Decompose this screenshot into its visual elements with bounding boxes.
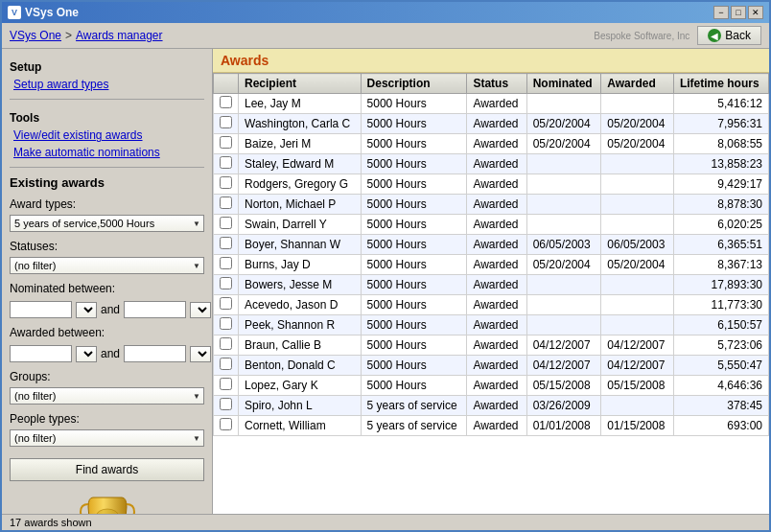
nominated-from-input[interactable] — [10, 301, 72, 318]
row-checkbox-cell — [214, 215, 239, 235]
row-status: Awarded — [467, 215, 526, 235]
row-awarded: 01/15/2008 — [601, 416, 674, 436]
row-checkbox[interactable] — [220, 398, 232, 410]
row-checkbox-cell — [214, 416, 239, 436]
row-nominated — [526, 195, 601, 215]
awarded-from-input[interactable] — [10, 345, 72, 362]
col-status[interactable]: Status — [467, 74, 526, 94]
table-row: Lopez, Gary K 5000 Hours Awarded 05/15/2… — [214, 376, 769, 396]
col-lifetime[interactable]: Lifetime hours — [673, 74, 768, 94]
row-recipient: Baize, Jeri M — [239, 134, 362, 154]
statuses-label: Statuses: — [10, 240, 204, 253]
existing-awards-title: Existing awards — [10, 175, 204, 190]
row-checkbox[interactable] — [220, 257, 232, 269]
row-checkbox-cell — [214, 255, 239, 275]
row-checkbox[interactable] — [220, 197, 232, 209]
nominated-to-dropdown[interactable]: ▼ — [190, 302, 211, 318]
setup-award-types-link[interactable]: Setup award types — [10, 78, 204, 91]
row-checkbox[interactable] — [220, 156, 232, 169]
row-checkbox[interactable] — [220, 116, 232, 128]
table-row: Norton, Michael P 5000 Hours Awarded 8,8… — [214, 195, 769, 215]
row-checkbox[interactable] — [220, 96, 232, 108]
groups-dropdown[interactable]: (no filter) — [10, 387, 204, 405]
breadcrumb-home[interactable]: VSys One — [10, 29, 61, 42]
close-button[interactable]: ✕ — [748, 6, 763, 19]
row-lifetime: 5,416:12 — [673, 94, 768, 114]
awarded-from-dropdown[interactable]: ▼ — [76, 346, 97, 362]
row-checkbox[interactable] — [220, 358, 232, 370]
row-description: 5000 Hours — [361, 134, 467, 154]
row-recipient: Burns, Jay D — [239, 255, 362, 275]
row-checkbox[interactable] — [220, 337, 232, 350]
award-types-dropdown[interactable]: 5 years of service,5000 Hours — [10, 215, 204, 232]
row-checkbox-cell — [214, 174, 239, 195]
table-row: Peek, Shannon R 5000 Hours Awarded 6,150… — [214, 315, 769, 335]
maximize-button[interactable]: □ — [731, 6, 746, 19]
row-checkbox[interactable] — [220, 297, 232, 310]
row-lifetime: 17,893:30 — [673, 275, 768, 295]
view-edit-awards-link[interactable]: View/edit existing awards — [10, 128, 204, 142]
row-recipient: Benton, Donald C — [239, 356, 362, 376]
back-button[interactable]: ◀ Back — [697, 26, 761, 45]
awarded-to-input[interactable] — [124, 345, 186, 362]
row-checkbox[interactable] — [220, 217, 232, 229]
col-description[interactable]: Description — [361, 74, 467, 94]
row-checkbox[interactable] — [220, 418, 232, 430]
find-awards-button[interactable]: Find awards — [10, 458, 204, 481]
row-awarded — [601, 275, 674, 295]
people-types-dropdown[interactable]: (no filter) — [10, 429, 204, 447]
row-awarded: 06/05/2003 — [601, 235, 674, 255]
row-description: 5 years of service — [361, 396, 467, 416]
row-nominated: 04/12/2007 — [526, 356, 601, 376]
row-lifetime: 8,367:13 — [673, 255, 768, 275]
row-status: Awarded — [467, 416, 526, 436]
row-checkbox[interactable] — [220, 237, 232, 249]
make-nominations-link[interactable]: Make automatic nominations — [10, 146, 204, 159]
row-checkbox[interactable] — [220, 378, 232, 390]
content-header: Awards — [213, 49, 769, 73]
awards-table-wrapper[interactable]: Recipient Description Status Nominated A… — [213, 73, 769, 514]
row-checkbox[interactable] — [220, 136, 232, 149]
table-row: Acevedo, Jason D 5000 Hours Awarded 11,7… — [214, 295, 769, 315]
title-bar: V VSys One − □ ✕ — [2, 2, 769, 23]
col-awarded[interactable]: Awarded — [601, 74, 674, 94]
main-area: Setup Setup award types Tools View/edit … — [2, 49, 769, 514]
statuses-dropdown-wrapper: (no filter) — [10, 257, 204, 274]
col-recipient[interactable]: Recipient — [239, 74, 362, 94]
row-checkbox-cell — [214, 114, 239, 134]
row-lifetime: 8,878:30 — [673, 195, 768, 215]
row-lifetime: 6,150:57 — [673, 315, 768, 335]
row-nominated: 05/20/2004 — [526, 134, 601, 154]
breadcrumb-current[interactable]: Awards manager — [76, 29, 163, 42]
row-recipient: Staley, Edward M — [239, 154, 362, 174]
title-bar-left: V VSys One — [8, 6, 79, 19]
main-window: V VSys One − □ ✕ VSys One > Awards manag… — [0, 0, 771, 532]
row-description: 5000 Hours — [361, 174, 467, 195]
row-nominated: 05/15/2008 — [526, 376, 601, 396]
award-types-label: Award types: — [10, 197, 204, 211]
nominated-and-label: and — [101, 303, 120, 316]
tools-section-title: Tools — [10, 111, 204, 125]
table-row: Rodgers, Gregory G 5000 Hours Awarded 9,… — [214, 174, 769, 195]
row-checkbox[interactable] — [220, 317, 232, 330]
row-recipient: Cornett, William — [239, 416, 362, 436]
row-description: 5000 Hours — [361, 376, 467, 396]
people-types-dropdown-wrapper: (no filter) — [10, 429, 204, 447]
row-description: 5000 Hours — [361, 94, 467, 114]
nominated-from-dropdown[interactable]: ▼ — [76, 302, 97, 318]
statuses-dropdown[interactable]: (no filter) — [10, 257, 204, 274]
row-checkbox[interactable] — [220, 176, 232, 189]
row-description: 5 years of service — [361, 416, 467, 436]
row-status: Awarded — [467, 356, 526, 376]
row-description: 5000 Hours — [361, 315, 467, 335]
col-nominated[interactable]: Nominated — [526, 74, 601, 94]
table-row: Burns, Jay D 5000 Hours Awarded 05/20/20… — [214, 255, 769, 275]
awarded-to-dropdown[interactable]: ▼ — [190, 346, 211, 362]
row-nominated — [526, 174, 601, 195]
table-row: Braun, Callie B 5000 Hours Awarded 04/12… — [214, 335, 769, 356]
row-checkbox[interactable] — [220, 277, 232, 289]
minimize-button[interactable]: − — [713, 6, 729, 19]
table-row: Baize, Jeri M 5000 Hours Awarded 05/20/2… — [214, 134, 769, 154]
row-awarded — [601, 215, 674, 235]
nominated-to-input[interactable] — [124, 301, 186, 318]
